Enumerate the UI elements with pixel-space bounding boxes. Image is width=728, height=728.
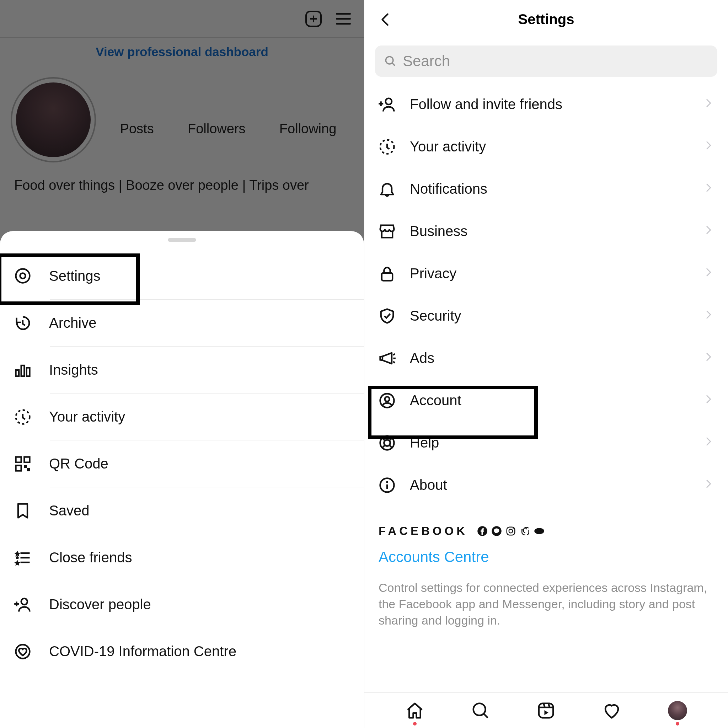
user-circle-icon [378,392,410,410]
nav-avatar [668,701,687,720]
chevron-right-icon [702,266,714,281]
sheet-item-saved[interactable]: Saved [50,487,364,534]
nav-home[interactable] [404,700,425,721]
sheet-item-label: Your activity [49,409,350,425]
chevron-right-icon [702,435,714,451]
settings-item-label: Notifications [410,181,702,197]
lock-icon [378,265,410,283]
nav-dot-icon [676,722,679,725]
info-icon [378,476,410,494]
right-pane: Settings Search Follow and invite friend… [364,0,728,728]
bell-icon [378,180,410,198]
sheet-item-close-friends[interactable]: Close friends [50,534,364,581]
sheet-item-label: Saved [49,503,350,518]
nav-reels[interactable] [535,700,557,721]
history-icon [14,314,49,332]
sheet-item-label: Close friends [49,549,350,566]
settings-item-ads[interactable]: Ads [364,337,728,379]
accounts-centre-link[interactable]: Accounts Centre [379,549,714,566]
settings-header: Settings [364,0,728,39]
chevron-right-icon [702,477,714,493]
svg-point-11 [509,529,513,533]
settings-item-label: Your activity [410,139,702,154]
gear-icon [14,267,49,285]
svg-point-12 [512,528,514,529]
qr-code-icon [14,455,49,473]
settings-item-label: Business [410,223,702,239]
chevron-right-icon [702,96,714,112]
settings-item-label: Ads [410,350,702,366]
storefront-icon [378,222,410,241]
heart-shield-icon [14,642,49,661]
back-button[interactable] [375,9,396,30]
settings-item-help[interactable]: Help [364,422,728,464]
svg-rect-10 [507,527,515,535]
sheet-item-archive[interactable]: Archive [50,299,364,346]
bookmark-icon [14,502,49,520]
sheet-item-label: COVID-19 Information Centre [49,643,350,659]
megaphone-icon [378,349,410,367]
search-input[interactable]: Search [375,46,717,77]
settings-item-privacy[interactable]: Privacy [364,252,728,295]
svg-point-13 [534,528,544,534]
settings-item-your-activity[interactable]: Your activity [364,125,728,168]
lifebuoy-icon [378,434,410,452]
settings-item-label: Help [410,435,702,451]
nav-dot-icon [413,722,417,725]
sheet-item-label: Archive [49,315,350,331]
bar-chart-icon [14,361,49,379]
sheet-item-label: QR Code [49,456,350,472]
chevron-right-icon [702,223,714,239]
chevron-right-icon [702,308,714,324]
nav-activity[interactable] [601,700,622,721]
settings-item-notifications[interactable]: Notifications [364,168,728,210]
chevron-right-icon [702,392,714,408]
settings-item-security[interactable]: Security [364,295,728,337]
settings-item-label: Privacy [410,266,702,281]
svg-point-14 [474,703,486,715]
sheet-item-your-activity[interactable]: Your activity [50,393,364,440]
nav-search[interactable] [470,700,491,721]
svg-rect-16 [539,703,554,718]
settings-item-account[interactable]: Account [364,379,728,422]
settings-item-label: About [410,477,702,493]
accounts-centre-description: Control settings for connected experienc… [379,580,714,629]
sheet-item-label: Discover people [49,596,350,612]
sheet-item-qr-code[interactable]: QR Code [50,440,364,487]
star-list-icon [14,549,49,567]
sheet-item-covid-19-information-centre[interactable]: COVID-19 Information Centre [50,628,364,674]
chevron-right-icon [702,139,714,154]
facebook-wordmark: FACEBOOK [379,524,468,538]
sheet-grabber[interactable] [168,238,196,242]
nav-profile[interactable] [667,700,688,721]
person-plus-icon [14,595,49,614]
sheet-item-settings[interactable]: Settings [0,252,364,299]
svg-line-7 [392,63,395,66]
settings-item-label: Security [410,308,702,324]
svg-point-6 [386,57,393,64]
menu-bottom-sheet: SettingsArchiveInsightsYour activityQR C… [0,231,364,728]
sheet-item-label: Insights [49,362,350,378]
clock-dotted-icon [14,408,49,426]
bottom-navigation [364,693,728,728]
shield-check-icon [378,307,410,325]
settings-item-about[interactable]: About [364,464,728,506]
settings-item-label: Follow and invite friends [410,96,702,112]
left-pane: View professional dashboard Posts Follow… [0,0,364,728]
chevron-right-icon [702,350,714,366]
person-plus-icon [378,95,410,114]
settings-item-business[interactable]: Business [364,210,728,252]
search-icon [384,54,397,68]
facebook-section: FACEBOOK Accounts Centre Control setting… [364,510,728,629]
settings-item-follow-and-invite-friends[interactable]: Follow and invite friends [364,83,728,125]
search-placeholder: Search [403,53,450,70]
clock-dotted-icon [378,138,410,156]
sheet-item-insights[interactable]: Insights [50,346,364,393]
sheet-item-label: Settings [49,268,350,284]
settings-item-label: Account [410,392,702,408]
chevron-right-icon [702,181,714,197]
sheet-item-discover-people[interactable]: Discover people [50,581,364,628]
svg-line-15 [484,714,488,718]
page-title: Settings [364,11,728,28]
facebook-brand-icons [477,526,544,537]
